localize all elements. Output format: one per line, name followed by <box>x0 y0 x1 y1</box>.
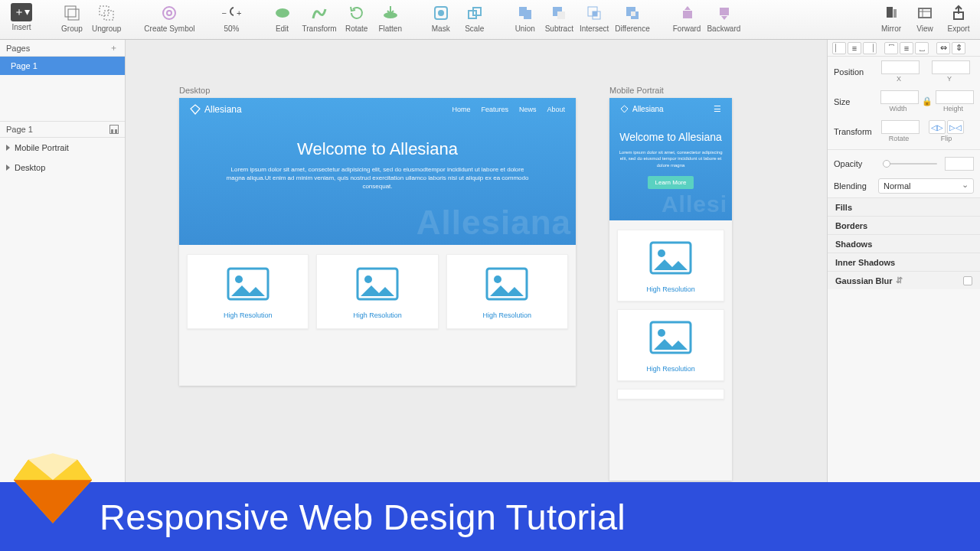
artboard-label[interactable]: Mobile Portrait <box>609 86 664 95</box>
plus-icon: ＋▾ <box>11 3 32 21</box>
svg-rect-19 <box>593 11 597 16</box>
y-field[interactable] <box>932 60 970 74</box>
backward-tool[interactable]: Backward <box>704 3 743 33</box>
union-icon <box>515 3 535 23</box>
gaussian-blur-section[interactable]: Gaussian Blur⇵ <box>828 271 980 289</box>
size-row: Size Width 🔒 Height <box>828 86 980 116</box>
left-sidebar: Pages ＋ Page 1 Page 1 Mobile Portrait De… <box>0 40 126 482</box>
distribute-h-button[interactable]: ⇔ <box>936 42 950 54</box>
blur-checkbox[interactable] <box>963 276 972 285</box>
artboard-label[interactable]: Desktop <box>179 86 210 95</box>
fills-section[interactable]: Fills <box>828 197 980 216</box>
insert-tool[interactable]: ＋▾ Insert <box>5 3 38 31</box>
group-tool[interactable]: Group <box>55 3 89 33</box>
union-tool[interactable]: Union <box>508 3 542 33</box>
layer-row[interactable]: Mobile Portrait <box>0 138 125 158</box>
watermark: Allesi <box>662 191 727 217</box>
hero: Allesiana ☰ Welcome to Allesiana Lorem i… <box>609 98 732 220</box>
svg-point-6 <box>230 8 234 15</box>
hero-title: Welcome to Allesiana <box>179 139 576 159</box>
align-center-v-button[interactable]: ≡ <box>900 42 913 54</box>
align-center-h-button[interactable]: ≡ <box>848 42 861 54</box>
scale-icon <box>465 3 485 23</box>
forward-icon <box>677 3 697 23</box>
symbol-icon <box>159 3 179 23</box>
align-left-button[interactable]: ⎸ <box>832 42 846 54</box>
export-tool[interactable]: Export <box>942 3 975 33</box>
nav-link[interactable]: Home <box>452 106 470 113</box>
layer-row[interactable]: Desktop <box>0 158 125 178</box>
mask-tool[interactable]: Mask <box>424 3 458 33</box>
align-right-button[interactable]: ⎹ <box>863 42 877 54</box>
rotate-field[interactable] <box>881 120 920 134</box>
svg-rect-16 <box>557 11 565 19</box>
borders-section[interactable]: Borders <box>828 216 980 234</box>
opacity-slider[interactable] <box>883 161 937 167</box>
shadows-section[interactable]: Shadows <box>828 234 980 253</box>
align-top-button[interactable]: ⎴ <box>884 42 898 54</box>
brand: Allesiana <box>620 105 664 113</box>
mirror-tool[interactable]: Mirror <box>874 3 908 33</box>
distribute-v-button[interactable]: ⇕ <box>952 42 965 54</box>
svg-rect-1 <box>68 9 79 20</box>
mirror-icon <box>881 3 901 23</box>
ungroup-icon <box>96 3 116 23</box>
scale-tool[interactable]: Scale <box>458 3 492 33</box>
add-page-button[interactable]: ＋ <box>108 43 119 54</box>
flip-v-button[interactable]: ▷◁ <box>947 120 964 134</box>
view-tool[interactable]: View <box>908 3 942 33</box>
intersect-tool[interactable]: Intersect <box>577 3 612 33</box>
svg-rect-24 <box>720 8 729 15</box>
view-icon <box>915 3 935 23</box>
pages-header: Pages ＋ <box>0 40 125 57</box>
width-field[interactable] <box>880 90 919 104</box>
card: High Resolution <box>187 254 309 329</box>
inner-shadows-section[interactable]: Inner Shadows <box>828 253 980 271</box>
svg-rect-27 <box>919 8 931 18</box>
diamond-icon <box>190 104 201 115</box>
backward-icon <box>714 3 733 23</box>
nav-link[interactable]: News <box>519 106 537 113</box>
image-icon <box>485 267 528 302</box>
height-field[interactable] <box>936 90 974 104</box>
flatten-tool[interactable]: Flatten <box>374 3 407 33</box>
mask-icon <box>431 3 451 23</box>
menu-icon[interactable]: ☰ <box>714 104 721 114</box>
artboard-mobile[interactable]: Allesiana ☰ Welcome to Allesiana Lorem i… <box>609 98 732 481</box>
svg-point-39 <box>658 249 665 257</box>
lock-icon[interactable]: 🔒 <box>922 96 929 106</box>
transform-row: Transform Rotate ◁▷▷◁Flip <box>828 116 980 146</box>
nav-link[interactable]: Features <box>481 106 508 113</box>
card-column: High Resolution High Resolution <box>609 220 732 409</box>
transform-tool[interactable]: Transform <box>299 3 340 33</box>
x-field[interactable] <box>881 60 920 74</box>
edit-tool[interactable]: Edit <box>266 3 299 33</box>
opacity-row: Opacity <box>828 153 980 174</box>
svg-point-33 <box>235 276 243 283</box>
card: High Resolution <box>446 254 568 329</box>
zoom-tool[interactable]: − +50% <box>215 3 249 33</box>
canvas[interactable]: Desktop Allesiana Home Features News Abo… <box>126 40 827 482</box>
nav-link[interactable]: About <box>547 106 565 113</box>
svg-point-37 <box>494 276 501 283</box>
blending-select[interactable]: Normal <box>878 178 974 194</box>
page-row[interactable]: Page 1 <box>0 57 125 75</box>
align-bottom-button[interactable]: ⎵ <box>915 42 929 54</box>
hero-subtext: Lorem ipsum dolor sit amet, consectetur … <box>223 165 532 191</box>
export-icon <box>949 3 969 23</box>
forward-tool[interactable]: Forward <box>670 3 704 33</box>
difference-tool[interactable]: Difference <box>612 3 652 33</box>
intersect-icon <box>584 3 604 23</box>
opacity-field[interactable] <box>945 157 974 171</box>
create-symbol-tool[interactable]: Create Symbol <box>141 3 198 33</box>
ungroup-tool[interactable]: Ungroup <box>89 3 124 33</box>
card: High Resolution <box>617 230 724 302</box>
artboard-desktop[interactable]: Allesiana Home Features News About Welco… <box>179 98 576 386</box>
subtract-tool[interactable]: Subtract <box>542 3 577 33</box>
hero-title: Welcome to Allesiana <box>609 131 732 143</box>
svg-rect-22 <box>631 11 635 16</box>
cta-button[interactable]: Learn More <box>648 176 694 189</box>
difference-icon <box>622 3 642 23</box>
flip-h-button[interactable]: ◁▷ <box>929 120 946 134</box>
rotate-tool[interactable]: Rotate <box>340 3 374 33</box>
